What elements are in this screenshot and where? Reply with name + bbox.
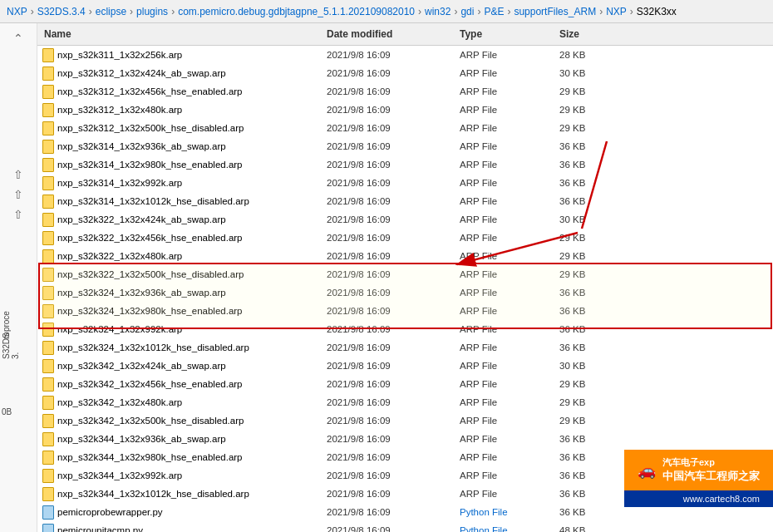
file-size: 48 KB xyxy=(553,525,619,532)
arp-file-icon xyxy=(41,176,54,190)
file-size: 29 KB xyxy=(553,232,619,244)
breadcrumb-item-plugins[interactable]: plugins xyxy=(136,6,168,17)
file-type: Python File xyxy=(453,525,553,532)
table-row[interactable]: nxp_s32k314_1x32x1012k_hse_disabled.arp2… xyxy=(37,192,773,210)
breadcrumb-item-support[interactable]: supportFiles_ARM xyxy=(514,6,596,17)
file-size: 30 KB xyxy=(553,67,619,79)
file-date: 2021/9/8 16:09 xyxy=(320,214,453,225)
breadcrumb-item-nxp2[interactable]: NXP xyxy=(606,6,627,17)
table-row[interactable]: nxp_s32k342_1x32x424k_ab_swap.arp2021/9/… xyxy=(37,357,773,375)
file-name-text: nxp_s32k311_1x32x256k.arp xyxy=(57,50,182,60)
file-name-cell: nxp_s32k342_1x32x480k.arp xyxy=(37,395,320,410)
file-size: 36 KB xyxy=(553,323,619,335)
file-name-text: nxp_s32k344_1x32x980k_hse_enabled.arp xyxy=(57,452,243,462)
table-row[interactable]: nxp_s32k322_1x32x456k_hse_enabled.arp202… xyxy=(37,229,773,247)
sidebar-label-s32ds: S32DS 3. xyxy=(2,326,20,359)
file-type: ARP File xyxy=(453,451,553,463)
breadcrumb-sep-9: › xyxy=(630,6,633,17)
breadcrumb-item-com[interactable]: com.pemicro.debug.gdbjtagpne_5.1.1.20210… xyxy=(178,6,415,17)
file-type: ARP File xyxy=(453,67,553,79)
table-row[interactable]: nxp_s32k342_1x32x456k_hse_enabled.arp202… xyxy=(37,375,773,393)
table-row[interactable]: nxp_s32k324_1x32x936k_ab_swap.arp2021/9/… xyxy=(37,283,773,302)
breadcrumb-item-pe[interactable]: P&E xyxy=(484,6,504,17)
col-header-name[interactable]: Name xyxy=(37,27,320,42)
table-row[interactable]: nxp_s32k324_1x32x980k_hse_enabled.arp202… xyxy=(37,302,773,320)
file-size: 29 KB xyxy=(553,86,619,97)
arp-file-icon xyxy=(41,377,54,391)
file-name-text: nxp_s32k342_1x32x424k_ab_swap.arp xyxy=(57,361,226,371)
table-row[interactable]: nxp_s32k314_1x32x936k_ab_swap.arp2021/9/… xyxy=(37,137,773,155)
file-date: 2021/9/8 16:09 xyxy=(320,378,453,390)
file-name-text: nxp_s32k344_1x32x936k_ab_swap.arp xyxy=(57,434,226,444)
table-row[interactable]: nxp_s32k322_1x32x480k.arp2021/9/8 16:09A… xyxy=(37,247,773,265)
file-name-text: nxp_s32k312_1x32x424k_ab_swap.arp xyxy=(57,68,226,78)
file-type: ARP File xyxy=(453,104,553,116)
file-name-text: nxp_s32k314_1x32x1012k_hse_disabled.arp xyxy=(57,196,249,206)
arp-file-icon xyxy=(41,231,54,244)
sidebar-nav-up-2[interactable]: ⇧ xyxy=(12,186,25,203)
table-row[interactable]: nxp_s32k324_1x32x1012k_hse_disabled.arp2… xyxy=(37,338,773,357)
table-row[interactable]: nxp_s32k342_1x32x500k_hse_disabled.arp20… xyxy=(37,411,773,430)
table-row[interactable]: nxp_s32k314_1x32x980k_hse_enabled.arp202… xyxy=(37,155,773,174)
file-type: ARP File xyxy=(453,214,553,225)
breadcrumb-sep-1: › xyxy=(89,6,92,17)
breadcrumb-sep-5: › xyxy=(454,6,457,17)
table-row[interactable]: nxp_s32k312_1x32x500k_hse_disabled.arp20… xyxy=(37,119,773,137)
arp-file-icon xyxy=(41,487,54,500)
col-header-date[interactable]: Date modified xyxy=(320,27,453,42)
table-row[interactable]: nxp_s32k322_1x32x500k_hse_disabled.arp20… xyxy=(37,265,773,283)
col-header-size[interactable]: Size xyxy=(553,27,619,42)
breadcrumb-item-nxp[interactable]: NXP xyxy=(7,6,27,17)
table-row[interactable]: nxp_s32k311_1x32x256k.arp2021/9/8 16:09A… xyxy=(37,46,773,64)
file-name-text: nxp_s32k342_1x32x456k_hse_enabled.arp xyxy=(57,379,243,389)
file-date: 2021/9/8 16:09 xyxy=(320,287,453,298)
col-header-type[interactable]: Type xyxy=(453,27,553,42)
file-name-cell: nxp_s32k322_1x32x500k_hse_disabled.arp xyxy=(37,267,320,282)
file-type: ARP File xyxy=(453,323,553,335)
file-date: 2021/9/8 16:09 xyxy=(320,488,453,500)
breadcrumb-item-s32ds[interactable]: S32DS.3.4 xyxy=(37,6,86,17)
file-type: ARP File xyxy=(453,140,553,152)
file-size: 29 KB xyxy=(553,397,619,408)
file-type: ARP File xyxy=(453,470,553,481)
file-type: ARP File xyxy=(453,360,553,372)
sidebar-nav-up-3[interactable]: ⇧ xyxy=(12,206,25,223)
table-row[interactable]: nxp_s32k314_1x32x992k.arp2021/9/8 16:09A… xyxy=(37,174,773,192)
file-size: 29 KB xyxy=(553,415,619,426)
file-date: 2021/9/8 16:09 xyxy=(320,415,453,426)
table-row[interactable]: nxp_s32k342_1x32x480k.arp2021/9/8 16:09A… xyxy=(37,393,773,411)
arp-file-icon xyxy=(41,48,54,62)
table-row[interactable]: nxp_s32k344_1x32x1012k_hse_disabled.arp2… xyxy=(37,485,773,503)
file-type: ARP File xyxy=(453,415,553,426)
file-list-container[interactable]: Name Date modified Type Size nxp_s32k311… xyxy=(37,23,773,532)
table-row[interactable]: nxp_s32k312_1x32x456k_hse_enabled.arp202… xyxy=(37,82,773,101)
file-date: 2021/9/8 16:09 xyxy=(320,104,453,116)
file-type: ARP File xyxy=(453,232,553,244)
breadcrumb-item-eclipse[interactable]: eclipse xyxy=(96,6,126,17)
arp-file-icon xyxy=(41,195,54,208)
arp-file-icon xyxy=(41,121,54,135)
file-type: ARP File xyxy=(453,49,553,61)
file-name-cell: nxp_s32k324_1x32x1012k_hse_disabled.arp xyxy=(37,340,320,355)
table-row[interactable]: pemicrounitacmp.py2021/9/8 16:09Python F… xyxy=(37,521,773,532)
table-row[interactable]: nxp_s32k344_1x32x980k_hse_enabled.arp202… xyxy=(37,448,773,466)
table-row[interactable]: nxp_s32k344_1x32x936k_ab_swap.arp2021/9/… xyxy=(37,430,773,448)
table-row[interactable]: nxp_s32k344_1x32x992k.arp2021/9/8 16:09A… xyxy=(37,466,773,485)
sidebar-nav-up-1[interactable]: ⇧ xyxy=(12,166,25,183)
file-date: 2021/9/8 16:09 xyxy=(320,159,453,170)
file-name-cell: nxp_s32k324_1x32x980k_hse_enabled.arp xyxy=(37,303,320,318)
table-row[interactable]: nxp_s32k322_1x32x424k_ab_swap.arp2021/9/… xyxy=(37,210,773,229)
file-size: 29 KB xyxy=(553,250,619,262)
sidebar-collapse-arrow[interactable]: ⌃ xyxy=(12,30,25,47)
file-name-text: nxp_s32k314_1x32x992k.arp xyxy=(57,178,182,188)
arp-file-icon xyxy=(41,286,54,299)
table-row[interactable]: pemicroprobewrapper.py2021/9/8 16:09Pyth… xyxy=(37,503,773,521)
breadcrumb-item-s32k3xx: S32K3xx xyxy=(637,6,677,17)
breadcrumb-item-gdi[interactable]: gdi xyxy=(460,6,474,17)
table-row[interactable]: nxp_s32k312_1x32x480k.arp2021/9/8 16:09A… xyxy=(37,101,773,119)
file-name-cell: pemicroprobewrapper.py xyxy=(37,505,320,520)
breadcrumb-item-win32[interactable]: win32 xyxy=(425,6,451,17)
table-row[interactable]: nxp_s32k324_1x32x992k.arp2021/9/8 16:09A… xyxy=(37,320,773,338)
table-row[interactable]: nxp_s32k312_1x32x424k_ab_swap.arp2021/9/… xyxy=(37,64,773,82)
file-date: 2021/9/8 16:09 xyxy=(320,360,453,372)
